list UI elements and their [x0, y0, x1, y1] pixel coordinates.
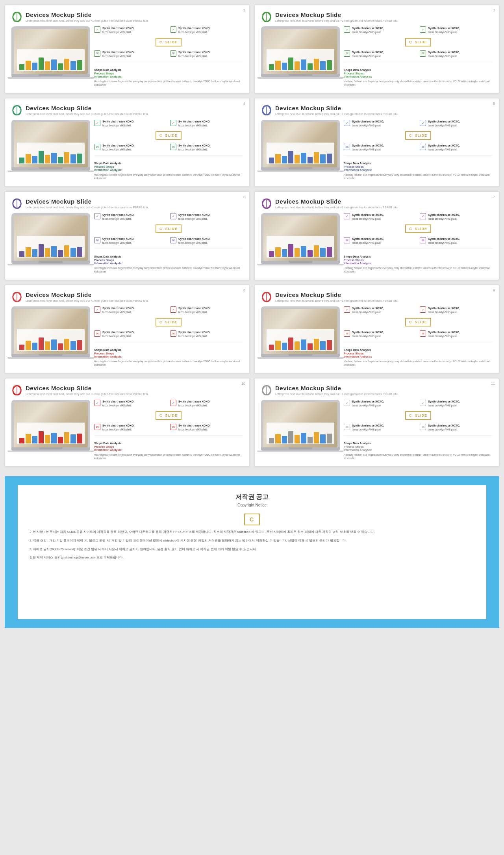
- data-label: Shops Data Analysis: [344, 162, 493, 165]
- divider: [94, 62, 243, 62]
- items-row-1: ✓ Synth chartreuse XOXO,tacos brooklyn V…: [94, 213, 243, 221]
- center-badge: C SLIDE: [344, 38, 493, 46]
- item-box-4: ✉ Synth chartreuse XOXO,tacos brooklyn V…: [420, 424, 493, 431]
- badge-box: C SLIDE: [156, 131, 182, 140]
- laptop-keyboard: [7, 357, 94, 359]
- slide-content: ✓ Synth chartreuse XOXO,tacos brooklyn V…: [261, 306, 493, 367]
- data-desc: Hashtag fashion axe fingerstache everyda…: [344, 80, 493, 87]
- copyright-para-3: 전문 제작 서비스 문의는 slideshop@naver.com 으로 부탁드…: [30, 555, 474, 560]
- item-icon-2: ✓: [420, 400, 426, 406]
- item-box-4: ✉ Synth chartreuse XOXO,tacos brooklyn V…: [170, 424, 243, 431]
- items-row-2: ✉ Synth chartreuse XOXO,tacos brooklyn V…: [344, 330, 493, 338]
- data-link-0: Process Shops: [94, 259, 243, 262]
- item-box-3: ✉ Synth chartreuse XOXO,tacos brooklyn V…: [94, 424, 167, 431]
- logo-leaf-icon: [11, 385, 22, 396]
- slide-title: Devices Mockup Slide: [26, 105, 243, 111]
- data-analysis: Shops Data Analysis Process ShopsInforma…: [94, 162, 243, 180]
- slide-title-block: Devices Mockup Slide Letterpress next le…: [26, 291, 243, 302]
- center-badge: C SLIDE: [344, 411, 493, 420]
- slide-header: Devices Mockup Slide Letterpress next le…: [11, 11, 243, 22]
- slide-logo: [11, 198, 22, 209]
- slide-title-block: Devices Mockup Slide Letterpress next le…: [26, 105, 243, 116]
- logo-leaf-icon: [11, 291, 22, 302]
- badge-box: C SLIDE: [405, 318, 431, 326]
- item-box-2: ✓ Synth chartreuse XOXO,tacos brooklyn V…: [420, 213, 493, 221]
- slide-header: Devices Mockup Slide Letterpress next le…: [11, 198, 243, 209]
- slide-number: 5: [493, 102, 495, 106]
- item-box-3: ✉ Synth chartreuse XOXO,tacos brooklyn V…: [94, 330, 167, 338]
- divider: [94, 155, 243, 156]
- slide-logo: [261, 198, 272, 209]
- slide-laptop: [261, 120, 340, 180]
- slide-title: Devices Mockup Slide: [275, 11, 493, 18]
- item-box-1: ✓ Synth chartreuse XOXO,tacos brooklyn V…: [94, 120, 167, 127]
- data-desc: Hashtag fashion axe fingerstache everyda…: [94, 360, 243, 367]
- item-text-4: Synth chartreuse XOXO,tacos brooklyn VHS…: [178, 237, 210, 245]
- data-links: Process ShopsInformation Analysis:: [94, 445, 243, 451]
- chart-bars: [17, 143, 85, 164]
- items-row-2: ✉ Synth chartreuse XOXO,tacos brooklyn V…: [344, 424, 493, 431]
- item-text-1: Synth chartreuse XOXO,tacos brooklyn VHS…: [352, 400, 384, 407]
- item-text-1: Synth chartreuse XOXO,tacos brooklyn VHS…: [102, 400, 134, 407]
- laptop-base: [261, 447, 340, 451]
- slide-number: 11: [491, 382, 495, 386]
- item-text-2: Synth chartreuse XOXO,tacos brooklyn VHS…: [178, 26, 210, 34]
- data-desc: Hashtag fashion axe fingerstache everyda…: [344, 453, 493, 460]
- items-row-2: ✉ Synth chartreuse XOXO,tacos brooklyn V…: [94, 424, 243, 431]
- slide-header: Devices Mockup Slide Letterpress next le…: [261, 291, 493, 302]
- item-text-3: Synth chartreuse XOXO,tacos brooklyn VHS…: [352, 144, 384, 151]
- data-links: Process ShopsInformation Analysis:: [94, 259, 243, 265]
- item-icon-2: ✓: [170, 306, 176, 313]
- slide-logo: [261, 11, 272, 22]
- slide-card-3: 4 Devices Mockup Slide Letterpress next …: [5, 98, 250, 187]
- center-badge: C SLIDE: [94, 131, 243, 140]
- center-badge: C SLIDE: [94, 224, 243, 233]
- item-icon-2: ✓: [420, 26, 426, 33]
- laptop-screen: [14, 309, 88, 354]
- item-icon-3: ✉: [344, 424, 350, 430]
- slide-title-block: Devices Mockup Slide Letterpress next le…: [275, 105, 493, 116]
- item-text-2: Synth chartreuse XOXO,tacos brooklyn VHS…: [178, 400, 210, 407]
- slide-header: Devices Mockup Slide Letterpress next le…: [11, 105, 243, 116]
- laptop-bg: [263, 402, 337, 447]
- laptop-outer: [11, 400, 90, 447]
- item-box-3: ✉ Synth chartreuse XOXO,tacos brooklyn V…: [94, 237, 167, 245]
- item-text-3: Synth chartreuse XOXO,tacos brooklyn VHS…: [352, 50, 384, 58]
- item-icon-1: ✓: [344, 213, 350, 219]
- data-link-1: Information Analysis:: [94, 75, 243, 78]
- data-desc: Hashtag fashion axe fingerstache everyda…: [344, 360, 493, 367]
- slide-subtitle: Letterpress next level trust fund, befor…: [26, 392, 243, 396]
- item-text-3: Synth chartreuse XOXO,tacos brooklyn VHS…: [102, 237, 134, 245]
- item-box-4: ✉ Synth chartreuse XOXO,tacos brooklyn V…: [420, 144, 493, 151]
- slide-card-6: 7 Devices Mockup Slide Letterpress next …: [254, 191, 499, 280]
- slide-header: Devices Mockup Slide Letterpress next le…: [261, 198, 493, 209]
- laptop-keyboard: [7, 77, 94, 79]
- laptop-bg: [14, 215, 88, 261]
- laptop-bg: [14, 402, 88, 447]
- laptop-keyboard: [257, 357, 344, 359]
- item-icon-1: ✓: [94, 400, 100, 406]
- item-box-1: ✓ Synth chartreuse XOXO,tacos brooklyn V…: [94, 26, 167, 34]
- item-box-1: ✓ Synth chartreuse XOXO,tacos brooklyn V…: [344, 26, 417, 34]
- slide-logo: [261, 105, 272, 116]
- data-link-0: Process Shops: [344, 72, 493, 75]
- laptop-screen: [14, 122, 88, 167]
- data-link-0: Process Shops: [344, 165, 493, 168]
- badge-box: C SLIDE: [405, 224, 431, 233]
- slide-title-block: Devices Mockup Slide Letterpress next le…: [275, 385, 493, 396]
- badge-box: C SLIDE: [156, 38, 182, 46]
- slide-logo: [261, 291, 272, 302]
- slide-items: ✓ Synth chartreuse XOXO,tacos brooklyn V…: [344, 306, 493, 367]
- items-row-1: ✓ Synth chartreuse XOXO,tacos brooklyn V…: [344, 120, 493, 127]
- logo-leaf-icon: [11, 11, 22, 22]
- data-links: Process ShopsInformation Analysis:: [344, 72, 493, 78]
- laptop-outer: [261, 120, 340, 167]
- data-link-1: Information Analysis:: [94, 355, 243, 358]
- data-desc: Hashtag fashion axe fingerstache everyda…: [344, 173, 493, 180]
- item-text-1: Synth chartreuse XOXO,tacos brooklyn VHS…: [352, 213, 384, 221]
- item-box-1: ✓ Synth chartreuse XOXO,tacos brooklyn V…: [344, 213, 417, 221]
- slide-content: ✓ Synth chartreuse XOXO,tacos brooklyn V…: [11, 213, 243, 273]
- data-desc: Hashtag fashion axe fingerstache everyda…: [94, 266, 243, 273]
- laptop-base: [11, 74, 90, 77]
- item-icon-1: ✓: [344, 26, 350, 33]
